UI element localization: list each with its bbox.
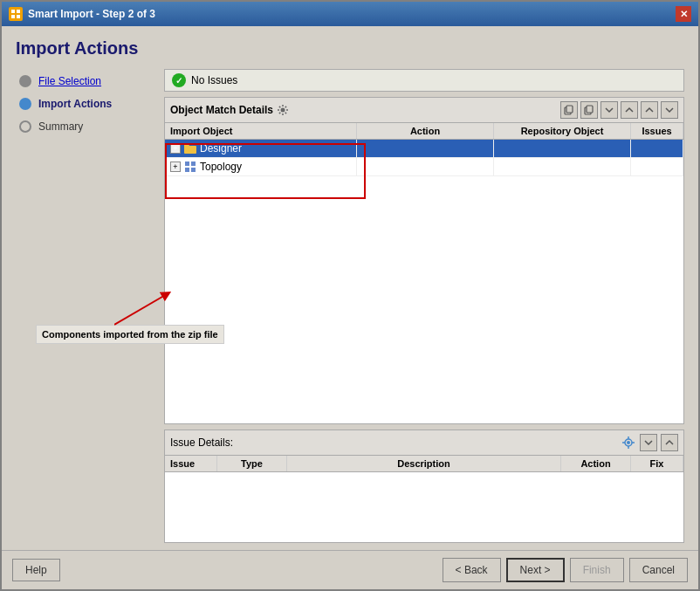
col-repository-object: Repository Object — [494, 123, 631, 139]
bottom-bar: Help < Back Next > Finish Cancel — [2, 550, 698, 589]
finish-button[interactable]: Finish — [570, 558, 624, 582]
issue-down-btn[interactable] — [640, 434, 657, 451]
content-area: Import Actions File Selection Import Act… — [2, 26, 698, 550]
col-issues: Issues — [631, 123, 683, 139]
close-button[interactable]: ✕ — [676, 6, 691, 22]
sidebar-item-import-actions[interactable]: Import Actions — [16, 95, 155, 113]
svg-rect-10 — [191, 161, 196, 166]
col-action: Action — [357, 123, 494, 139]
issue-col-type: Type — [217, 456, 287, 471]
table-row[interactable]: + Topology — [165, 158, 683, 176]
sidebar-item-file-selection[interactable]: File Selection — [16, 72, 155, 90]
issue-gear-icon — [621, 435, 636, 450]
designer-issues — [631, 140, 683, 157]
settings-icon — [277, 104, 289, 116]
toolbar-arrow1-btn[interactable] — [600, 101, 618, 119]
window-title: Smart Import - Step 2 of 3 — [28, 8, 155, 20]
designer-repo — [494, 140, 631, 157]
sidebar-label-file-selection: File Selection — [38, 75, 101, 87]
object-match-title-group: Object Match Details — [170, 104, 289, 116]
issue-col-issue: Issue — [165, 456, 217, 471]
issue-panel-header: Issue Details: — [165, 430, 683, 456]
topology-expand-btn[interactable]: + — [170, 161, 181, 172]
main-window: Smart Import - Step 2 of 3 ✕ Import Acti… — [0, 0, 700, 591]
topology-issues — [631, 158, 683, 175]
topology-action — [357, 158, 494, 175]
svg-rect-9 — [185, 161, 189, 166]
svg-rect-8 — [587, 106, 593, 113]
topology-label: Topology — [200, 161, 242, 173]
issue-col-action: Action — [561, 456, 631, 471]
svg-rect-2 — [11, 15, 15, 18]
no-issues-label: No Issues — [191, 74, 237, 86]
toolbar-copy1-btn[interactable] — [560, 101, 578, 119]
cancel-button[interactable]: Cancel — [629, 558, 688, 582]
title-bar-left: Smart Import - Step 2 of 3 — [9, 7, 155, 21]
issue-details-panel: Issue Details: — [164, 430, 684, 543]
folder-icon — [184, 143, 196, 154]
toolbar-copy2-btn[interactable] — [580, 101, 598, 119]
issue-col-description: Description — [287, 456, 561, 471]
svg-point-4 — [281, 108, 285, 113]
svg-rect-0 — [11, 10, 15, 13]
issue-table-header: Issue Type Description Action Fix — [165, 456, 683, 472]
help-button[interactable]: Help — [12, 559, 60, 581]
sidebar-label-import-actions: Import Actions — [38, 98, 112, 110]
bottom-right-buttons: < Back Next > Finish Cancel — [443, 558, 688, 582]
issue-up-btn[interactable] — [661, 434, 678, 451]
issue-details-title: Issue Details: — [170, 436, 233, 449]
designer-label: Designer — [200, 142, 242, 155]
title-bar: Smart Import - Step 2 of 3 ✕ — [2, 2, 698, 26]
topology-icon — [184, 161, 196, 173]
object-match-toolbar — [560, 101, 678, 119]
object-match-table-body: + Designer — [165, 140, 683, 423]
designer-action — [357, 140, 494, 157]
designer-expand-btn[interactable]: + — [170, 143, 181, 154]
svg-point-15 — [627, 441, 630, 444]
sidebar-item-summary[interactable]: Summary — [16, 118, 155, 135]
col-import-object: Import Object — [165, 123, 357, 139]
issue-col-fix: Fix — [631, 456, 683, 471]
svg-rect-11 — [185, 168, 189, 172]
toolbar-up-btn[interactable] — [641, 101, 658, 119]
sidebar-dot-summary — [19, 120, 31, 133]
sidebar: File Selection Import Actions Summary — [16, 69, 155, 543]
object-match-title: Object Match Details — [170, 104, 273, 116]
issue-table-body — [165, 472, 683, 542]
object-match-table-header: Import Object Action Repository Object I… — [165, 123, 683, 140]
svg-rect-6 — [566, 106, 573, 113]
sidebar-dot-import-actions — [19, 98, 31, 110]
topology-repo — [494, 158, 631, 175]
svg-rect-12 — [191, 168, 196, 172]
back-button[interactable]: < Back — [443, 558, 501, 582]
sidebar-label-summary: Summary — [38, 120, 83, 133]
topology-cell: + Topology — [165, 158, 357, 175]
check-icon: ✓ — [172, 73, 186, 87]
toolbar-down-btn[interactable] — [661, 101, 678, 119]
svg-rect-3 — [17, 15, 20, 18]
issue-panel-controls — [621, 434, 678, 451]
designer-cell: + Designer — [165, 140, 357, 157]
toolbar-arrow2-btn[interactable] — [621, 101, 638, 119]
table-row[interactable]: + Designer — [165, 140, 683, 158]
page-title: Import Actions — [16, 38, 684, 58]
next-button[interactable]: Next > — [506, 558, 565, 582]
right-panel: ✓ No Issues Object Match Details — [164, 69, 684, 543]
object-match-panel: Object Match Details — [164, 97, 684, 424]
no-issues-bar: ✓ No Issues — [164, 69, 684, 92]
sidebar-dot-file-selection — [19, 75, 31, 87]
object-match-header: Object Match Details — [165, 98, 683, 123]
app-icon — [9, 7, 23, 21]
svg-rect-1 — [17, 10, 20, 13]
main-area: File Selection Import Actions Summary ✓ … — [16, 69, 684, 543]
